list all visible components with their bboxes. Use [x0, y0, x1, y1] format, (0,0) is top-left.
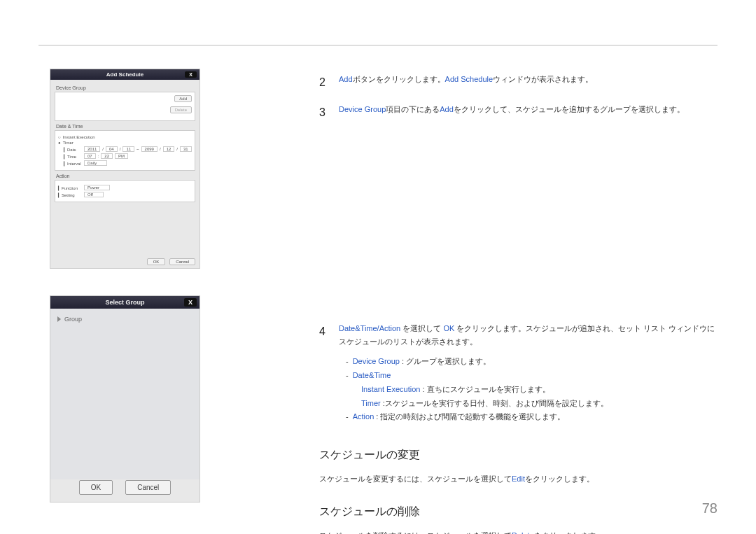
- em-dt-action: Date&Time/Action: [339, 324, 400, 332]
- em-datetime: Date&Time: [353, 371, 391, 379]
- interval-row: ▎Interval Daily: [64, 160, 192, 166]
- step-body: Device Group項目の下にあるAddをクリックして、スケジュールを追加す…: [339, 103, 718, 123]
- spacer: [319, 133, 718, 322]
- function-label: Function: [62, 186, 78, 190]
- text: ウィンドウが表示されます。: [493, 75, 593, 83]
- action-section-label: Action: [56, 174, 195, 178]
- device-group-label: Device Group: [56, 85, 195, 90]
- step-body: Date&Time/Action を選択して OK をクリックします。スケジュー…: [339, 322, 718, 430]
- date-row: ▎Date 2011/ 04/ 11 ~ 2099/ 12/ 31: [64, 146, 192, 152]
- close-icon[interactable]: X: [185, 71, 197, 78]
- setting-label: Setting: [62, 193, 75, 197]
- date-year-to[interactable]: 2099: [141, 146, 158, 152]
- dialog-title: Select Group: [105, 299, 144, 306]
- paragraph-edit: スケジュールを変更するには、スケジュールを選択してEditをクリックします。: [319, 472, 718, 486]
- date-day-from[interactable]: 11: [122, 146, 134, 152]
- ok-button[interactable]: OK: [147, 258, 166, 265]
- setting-row: ▎Setting Off: [58, 192, 192, 197]
- figure-add-schedule: Add Schedule X Device Group Add Delete D…: [50, 69, 200, 269]
- time-hour[interactable]: 07: [84, 153, 96, 159]
- time-ampm[interactable]: PM: [115, 153, 128, 159]
- setting-select[interactable]: Off: [84, 192, 104, 197]
- bullet-datetime: -Date&Time: [346, 369, 718, 383]
- ok-button[interactable]: OK: [79, 480, 113, 495]
- page-number: 78: [702, 500, 718, 517]
- text: : 指定の時刻および間隔で起動する機能を選択します。: [374, 412, 565, 421]
- dialog-title-bar: Select Group X: [50, 296, 200, 309]
- time-row: ▎Time 07: 22 PM: [64, 153, 192, 159]
- heading-schedule-edit: スケジュールの変更: [319, 445, 718, 465]
- em-add-schedule: Add Schedule: [445, 75, 493, 83]
- text: をクリックします。: [525, 475, 594, 483]
- step-number: 4: [319, 322, 329, 430]
- cancel-button[interactable]: Cancel: [169, 258, 195, 265]
- paragraph-delete: スケジュールを削除するには、スケジュールを選択してDeleteをクリックします。: [319, 529, 718, 534]
- date-month-from[interactable]: 04: [106, 146, 118, 152]
- em-instant-execution: Instant Execution: [361, 385, 420, 393]
- dialog-footer: OK Cancel: [146, 258, 195, 265]
- top-rule: [38, 45, 718, 45]
- datetime-label: Date & Time: [56, 124, 195, 129]
- em-device-group: Device Group: [339, 105, 386, 113]
- date-day-to[interactable]: 31: [180, 146, 192, 152]
- sublist: -Device Group : グループを選択します。 -Date&Time I…: [346, 355, 718, 424]
- text: をクリックして、スケジュールを追加するグループを選択します。: [454, 105, 685, 113]
- time-min[interactable]: 22: [101, 153, 113, 159]
- step-4: 4 Date&Time/Action を選択して OK をクリックします。スケジ…: [319, 322, 718, 430]
- em-timer: Timer: [361, 399, 381, 407]
- dialog-body: Group: [50, 309, 200, 479]
- instant-execution-label: Instant Execution: [63, 135, 95, 139]
- text: :スケジュールを実行する日付、時刻、および間隔を設定します。: [381, 399, 608, 407]
- interval-label: Interval: [67, 162, 81, 166]
- date-month-to[interactable]: 12: [163, 146, 175, 152]
- step-body: Addボタンをクリックします。Add Scheduleウィンドウが表示されます。: [339, 73, 718, 93]
- em-ok: OK: [443, 324, 454, 332]
- text: を選択して: [400, 324, 443, 332]
- tree-expand-icon: [57, 316, 61, 322]
- dialog-title-bar: Add Schedule X: [50, 69, 200, 80]
- text: : 直ちにスケジュールを実行します。: [420, 385, 550, 393]
- date-year-from[interactable]: 2011: [84, 146, 100, 152]
- function-select[interactable]: Power: [84, 185, 110, 190]
- dialog-body: Device Group Add Delete Date & Time ○ In…: [50, 80, 200, 208]
- step-3: 3 Device Group項目の下にあるAddをクリックして、スケジュールを追…: [319, 103, 718, 123]
- bullet-timer: Timer :スケジュールを実行する日付、時刻、および間隔を設定します。: [361, 397, 718, 411]
- text: スケジュールを削除するには、スケジュールを選択して: [319, 531, 512, 534]
- date-label: Date: [67, 148, 76, 152]
- delete-button[interactable]: Delete: [170, 106, 192, 113]
- add-button[interactable]: Add: [174, 95, 192, 102]
- time-label: Time: [67, 155, 76, 159]
- em-action: Action: [353, 412, 374, 421]
- em-delete: Delete: [512, 531, 534, 534]
- cancel-button[interactable]: Cancel: [125, 480, 171, 495]
- text: 項目の下にある: [386, 105, 440, 113]
- function-row: ▎Function Power: [58, 185, 192, 190]
- dialog-title: Add Schedule: [106, 71, 144, 78]
- text: をクリックします。: [534, 531, 603, 534]
- em-add: Add: [440, 105, 454, 113]
- em-edit: Edit: [512, 475, 525, 483]
- instructions-column: 2 Addボタンをクリックします。Add Scheduleウィンドウが表示されま…: [319, 73, 718, 534]
- step-number: 3: [319, 103, 329, 123]
- tree-item-label: Group: [64, 316, 82, 323]
- dialog-footer: OK Cancel: [50, 480, 200, 495]
- tree-item-group[interactable]: Group: [57, 316, 192, 323]
- device-group-box: Add Delete: [55, 92, 195, 121]
- step-number: 2: [319, 73, 329, 93]
- text: スケジュールを変更するには、スケジュールを選択して: [319, 475, 512, 483]
- bullet-instant-execution: Instant Execution : 直ちにスケジュールを実行します。: [361, 383, 718, 397]
- text: : グループを選択します。: [400, 357, 491, 365]
- step-2: 2 Addボタンをクリックします。Add Scheduleウィンドウが表示されま…: [319, 73, 718, 93]
- bullet-action: -Action : 指定の時刻および間隔で起動する機能を選択します。: [346, 410, 718, 424]
- em-add: Add: [339, 75, 353, 83]
- close-icon[interactable]: X: [184, 298, 197, 307]
- interval-select[interactable]: Daily: [84, 160, 107, 166]
- action-box: ▎Function Power ▎Setting Off: [55, 180, 195, 202]
- timer-row: ● Timer: [58, 141, 192, 145]
- figure-select-group: Select Group X Group OK Cancel: [50, 295, 200, 503]
- instant-row: ○ Instant Execution: [58, 135, 192, 139]
- em-device-group: Device Group: [353, 357, 400, 365]
- heading-schedule-delete: スケジュールの削除: [319, 502, 718, 522]
- text: ボタンをクリックします。: [353, 75, 445, 83]
- timer-label: Timer: [63, 141, 74, 145]
